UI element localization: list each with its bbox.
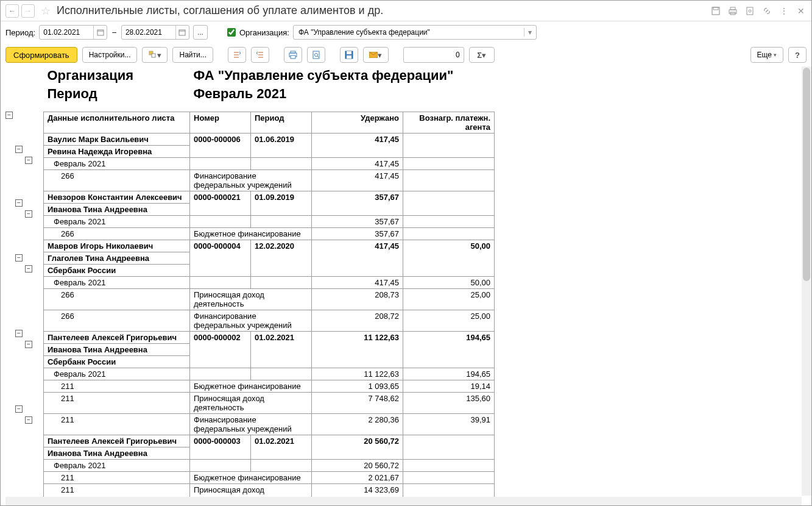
tree-toggle[interactable]: − — [25, 416, 32, 424]
preview-icon[interactable] — [744, 5, 755, 16]
email-button[interactable]: ▾ — [363, 47, 389, 63]
table-row[interactable]: Сбербанк России — [44, 264, 495, 276]
generate-button[interactable]: Сформировать — [5, 47, 77, 63]
col-agent-fee: Вознагр. платежн. агента — [403, 112, 495, 133]
table-row[interactable]: 211Бюджетное финансирование1 093,6519,14 — [44, 380, 495, 392]
titlebar: ← → ☆ Исполнительные листы, соглашения о… — [1, 1, 811, 21]
save-icon[interactable] — [710, 5, 721, 16]
tree-toggle[interactable]: − — [15, 330, 23, 337]
favorite-star-icon[interactable]: ☆ — [41, 4, 51, 18]
horizontal-scrollbar[interactable] — [5, 497, 802, 505]
tree-toggle[interactable]: − — [15, 199, 23, 207]
nav-back-button[interactable]: ← — [5, 4, 19, 18]
table-row[interactable]: Иванова Тина Андреевна — [44, 447, 495, 459]
table-row[interactable]: Февраль 2021417,4550,00 — [44, 276, 495, 288]
table-row[interactable]: Пантелеев Алексей Григорьевич0000-000002… — [44, 331, 495, 343]
svg-point-6 — [749, 10, 751, 12]
col-number: Номер — [190, 112, 251, 133]
svg-rect-12 — [152, 54, 155, 57]
svg-rect-1 — [713, 7, 718, 10]
sum-button[interactable]: Σ▾ — [469, 47, 495, 63]
table-row[interactable]: Февраль 202120 560,72 — [44, 459, 495, 471]
tree-gutter: −−−−−−−−−−− — [5, 66, 43, 505]
org-label: Организация: — [239, 28, 289, 37]
date-to-field[interactable] — [122, 28, 175, 37]
link-icon[interactable] — [761, 5, 772, 16]
header-period-value: Февраль 2021 — [190, 85, 495, 103]
report-content: −−−−−−−−−−− ОрганизацияФА "Управление су… — [1, 66, 811, 505]
tree-toggle[interactable]: − — [25, 341, 32, 348]
svg-rect-26 — [347, 51, 351, 54]
calendar-icon[interactable] — [175, 26, 189, 39]
close-icon[interactable]: ✕ — [796, 5, 807, 16]
org-field[interactable] — [294, 28, 524, 37]
tree-toggle[interactable]: − — [25, 210, 32, 218]
save-button[interactable] — [340, 47, 358, 63]
nav-forward-button[interactable]: → — [21, 4, 35, 18]
table-row[interactable]: 211Приносящая доход деятельность7 748,62… — [44, 392, 495, 413]
col-period: Период — [251, 112, 312, 133]
table-row[interactable]: 211Бюджетное финансирование2 021,67 — [44, 471, 495, 483]
date-from-field[interactable] — [40, 28, 93, 37]
filter-bar: Период: – ... Организация: ▾ — [1, 21, 811, 43]
settings-button[interactable]: Настройки... — [82, 47, 138, 63]
preview-button[interactable] — [307, 47, 325, 63]
table-row[interactable]: 266Приносящая доход деятельность208,7325… — [44, 288, 495, 310]
tree-toggle[interactable]: − — [15, 254, 23, 262]
svg-rect-5 — [747, 7, 753, 15]
toolbar: Сформировать Настройки... ▾ Найти... ▾ — [1, 43, 811, 66]
svg-rect-21 — [291, 55, 295, 59]
table-row[interactable]: 211Финансирование федеральных учреждений… — [44, 413, 495, 435]
window-title: Исполнительные листы, соглашения об упла… — [57, 4, 708, 17]
table-row[interactable]: Ваулис Марк Васильевич0000-00000601.06.2… — [44, 133, 495, 145]
calendar-icon[interactable] — [93, 26, 107, 39]
table-row[interactable]: Иванова Тина Андреевна — [44, 203, 495, 215]
col-withheld: Удержано — [312, 112, 403, 133]
vertical-scrollbar[interactable] — [802, 66, 811, 496]
table-row[interactable]: Ревина Надежда Игоревна — [44, 145, 495, 157]
table-row[interactable]: 266Финансирование федеральных учреждений… — [44, 169, 495, 191]
svg-rect-9 — [179, 30, 185, 35]
print-button[interactable] — [284, 47, 302, 63]
svg-line-24 — [317, 56, 319, 57]
help-button[interactable]: ? — [788, 47, 807, 63]
tree-toggle[interactable]: − — [25, 157, 32, 164]
col-sheet-data: Данные исполнительного листа — [44, 112, 190, 133]
header-org-label: Организация — [44, 66, 190, 85]
print-icon[interactable] — [727, 5, 738, 16]
tree-toggle[interactable]: − — [15, 405, 23, 413]
dropdown-icon[interactable]: ▾ — [524, 28, 536, 37]
org-checkbox[interactable] — [227, 28, 236, 37]
table-row[interactable]: Февраль 202111 122,63194,65 — [44, 368, 495, 380]
count-input[interactable] — [403, 47, 464, 63]
svg-point-23 — [314, 54, 317, 57]
tree-toggle[interactable]: − — [15, 146, 23, 153]
table-row[interactable]: 266Финансирование федеральных учреждений… — [44, 310, 495, 331]
table-row[interactable]: Февраль 2021417,45 — [44, 157, 495, 169]
svg-rect-27 — [347, 55, 351, 59]
find-button[interactable]: Найти... — [172, 47, 213, 63]
date-from-input[interactable] — [39, 25, 107, 40]
period-picker-button[interactable]: ... — [193, 25, 208, 40]
table-row[interactable]: Глаголев Тина Андреевна — [44, 252, 495, 264]
expand-all-button[interactable] — [228, 47, 246, 63]
collapse-all-button[interactable] — [251, 47, 269, 63]
table-row[interactable]: Пантелеев Алексей Григорьевич0000-000003… — [44, 435, 495, 447]
more-button[interactable]: Еще ▾ — [750, 47, 783, 63]
variants-button[interactable]: ▾ — [142, 47, 168, 63]
table-row[interactable]: Мавров Игорь Николаевич0000-00000412.02.… — [44, 240, 495, 252]
svg-rect-2 — [730, 7, 735, 10]
table-row[interactable]: Февраль 2021357,67 — [44, 215, 495, 227]
tree-toggle[interactable]: − — [5, 112, 13, 119]
table-row[interactable]: Иванова Тина Андреевна — [44, 343, 495, 355]
date-to-input[interactable] — [121, 25, 189, 40]
tree-toggle[interactable]: − — [25, 265, 32, 273]
report-table: ОрганизацияФА "Управление субъекта федер… — [43, 66, 495, 505]
more-vert-icon[interactable]: ⋮ — [778, 5, 789, 16]
table-row[interactable]: 266Бюджетное финансирование357,67 — [44, 227, 495, 240]
period-label: Период: — [5, 28, 35, 37]
date-dash: – — [112, 28, 116, 37]
org-select[interactable]: ▾ — [293, 25, 537, 40]
table-row[interactable]: Сбербанк России — [44, 355, 495, 368]
table-row[interactable]: Невзоров Константин Алексеевич0000-00002… — [44, 191, 495, 203]
